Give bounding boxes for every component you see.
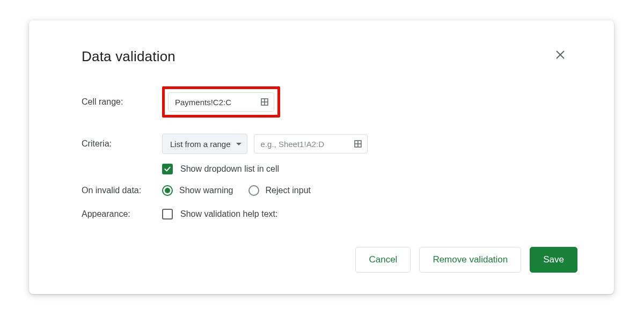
show-warning-radio[interactable] xyxy=(162,185,173,196)
reject-input-label: Reject input xyxy=(266,186,311,195)
help-text-label: Show validation help text: xyxy=(180,209,277,219)
grid-select-icon[interactable] xyxy=(260,97,269,107)
close-button[interactable] xyxy=(554,48,567,61)
appearance-label: Appearance: xyxy=(82,209,162,219)
remove-validation-button[interactable]: Remove validation xyxy=(419,247,521,273)
help-text-checkbox[interactable] xyxy=(162,209,173,219)
grid-select-icon[interactable] xyxy=(353,139,363,149)
cell-range-input-wrap[interactable] xyxy=(168,92,274,112)
cell-range-highlight xyxy=(162,86,280,118)
criteria-row: Criteria: List from a range xyxy=(82,134,561,154)
criteria-dropdown-value: List from a range xyxy=(170,140,231,149)
cell-range-input[interactable] xyxy=(175,98,255,107)
criteria-range-input-wrap[interactable] xyxy=(254,134,368,153)
criteria-label: Criteria: xyxy=(82,139,162,149)
criteria-dropdown[interactable]: List from a range xyxy=(162,134,247,154)
save-button[interactable]: Save xyxy=(530,247,577,273)
appearance-row: Appearance: Show validation help text: xyxy=(82,209,561,219)
invalid-data-row: On invalid data: Show warning Reject inp… xyxy=(82,185,561,196)
criteria-range-input[interactable] xyxy=(261,140,349,149)
close-icon xyxy=(554,54,567,63)
cancel-button[interactable]: Cancel xyxy=(355,247,411,273)
dialog-footer: Cancel Remove validation Save xyxy=(355,247,577,273)
invalid-data-label: On invalid data: xyxy=(82,186,162,195)
show-warning-label: Show warning xyxy=(179,186,233,195)
show-dropdown-checkbox[interactable] xyxy=(162,164,173,174)
cell-range-label: Cell range: xyxy=(82,97,162,107)
show-dropdown-label: Show dropdown list in cell xyxy=(180,164,279,174)
data-validation-dialog: Data validation Cell range: xyxy=(29,20,614,294)
reject-input-radio[interactable] xyxy=(248,185,259,196)
chevron-down-icon xyxy=(236,143,241,145)
cell-range-row: Cell range: xyxy=(82,86,561,118)
show-dropdown-row: Show dropdown list in cell xyxy=(82,164,561,174)
dialog-title: Data validation xyxy=(82,48,561,65)
